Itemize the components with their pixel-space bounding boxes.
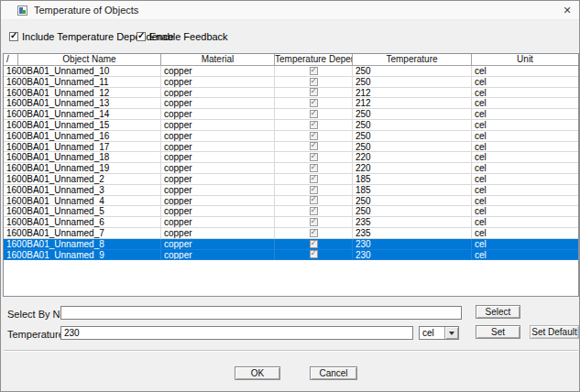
cell-temperature-dependent — [275, 185, 353, 196]
cell-temperature: 250 — [353, 66, 472, 77]
table-row[interactable]: 1600BA01_Unnamed_3 copper 185 cel — [4, 185, 578, 196]
cell-temperature: 185 — [353, 185, 472, 196]
cancel-button[interactable]: Cancel — [310, 366, 357, 380]
temperature-input[interactable] — [60, 326, 413, 340]
cell-temperature-dependent — [275, 206, 353, 217]
cell-material: copper — [161, 196, 275, 207]
cell-material: copper — [161, 152, 275, 163]
table-row[interactable]: 1600BA01_Unnamed_16 copper 250 cel — [4, 131, 578, 142]
temperature-dependent-checkbox-icon — [310, 196, 318, 204]
window-title: Temperature of Objects — [34, 5, 138, 16]
table-body: 1600BA01_Unnamed_10 copper 250 cel 1600B… — [4, 66, 578, 260]
table-row[interactable]: 1600BA01_Unnamed_9 copper 230 cel — [4, 250, 578, 261]
enable-feedback-label: Enable Feedback — [149, 31, 228, 42]
cell-material: copper — [161, 120, 275, 131]
cell-unit: cel — [472, 217, 578, 228]
cell-unit: cel — [472, 163, 578, 174]
select-button[interactable]: Select — [476, 305, 520, 319]
cell-temperature-dependent — [275, 142, 353, 153]
set-default-button[interactable]: Set Default — [530, 325, 579, 339]
cell-object-name: 1600BA01_Unnamed_2 — [4, 174, 161, 185]
cell-object-name: 1600BA01_Unnamed_14 — [4, 109, 161, 120]
cell-temperature-dependent — [275, 163, 353, 174]
cell-temperature: 250 — [353, 206, 472, 217]
cell-temperature: 230 — [353, 239, 472, 250]
cell-object-name: 1600BA01_Unnamed_12 — [4, 88, 161, 99]
table-row[interactable]: 1600BA01_Unnamed_13 copper 212 cel — [4, 98, 578, 109]
temperature-dependent-checkbox-icon — [310, 153, 318, 161]
checkbox-icon[interactable] — [137, 32, 146, 41]
table-row[interactable]: 1600BA01_Unnamed_18 copper 220 cel — [4, 152, 578, 163]
column-header-unit[interactable]: Unit — [472, 54, 578, 66]
cell-temperature: 250 — [353, 77, 472, 88]
column-header-temperature[interactable]: Temperature — [353, 54, 472, 66]
cell-temperature: 212 — [353, 88, 472, 99]
cell-unit: cel — [472, 77, 578, 88]
table-row[interactable]: 1600BA01_Unnamed_14 copper 250 cel — [4, 109, 578, 120]
table-row[interactable]: 1600BA01_Unnamed_5 copper 250 cel — [4, 206, 578, 217]
temperature-dependent-checkbox-icon — [310, 142, 318, 150]
cell-material: copper — [161, 109, 275, 120]
close-icon[interactable]: ✕ — [560, 3, 575, 17]
cell-material: copper — [161, 239, 275, 250]
table-row[interactable]: 1600BA01_Unnamed_6 copper 235 cel — [4, 217, 578, 228]
cell-temperature: 220 — [353, 163, 472, 174]
temperature-dependent-checkbox-icon — [310, 132, 318, 140]
cell-temperature: 235 — [353, 228, 472, 239]
cell-material: copper — [161, 163, 275, 174]
cell-material: copper — [161, 98, 275, 109]
cell-temperature-dependent — [275, 98, 353, 109]
cell-material: copper — [161, 77, 275, 88]
cell-object-name: 1600BA01_Unnamed_16 — [4, 131, 161, 142]
cell-temperature: 212 — [353, 98, 472, 109]
table-row[interactable]: 1600BA01_Unnamed_17 copper 250 cel — [4, 142, 578, 153]
title-bar: Temperature of Objects ✕ — [1, 1, 579, 20]
checkbox-icon[interactable] — [9, 32, 18, 41]
cell-unit: cel — [472, 185, 578, 196]
column-header-object-name[interactable]: Object Name — [18, 54, 161, 66]
column-header-root[interactable]: / — [4, 54, 18, 66]
table-row[interactable]: 1600BA01_Unnamed_7 copper 235 cel — [4, 228, 578, 239]
cell-unit: cel — [472, 228, 578, 239]
cell-object-name: 1600BA01_Unnamed_15 — [4, 120, 161, 131]
table-row[interactable]: 1600BA01_Unnamed_8 copper 230 cel — [4, 239, 578, 250]
temperature-of-objects-dialog: { "window": { "title": "Temperature of O… — [0, 0, 580, 392]
ok-button[interactable]: OK — [235, 366, 280, 380]
cell-unit: cel — [472, 88, 578, 99]
table-row[interactable]: 1600BA01_Unnamed_10 copper 250 cel — [4, 66, 578, 77]
cell-temperature-dependent — [275, 120, 353, 131]
cell-material: copper — [161, 142, 275, 153]
temperature-dependent-checkbox-icon — [310, 175, 318, 183]
cell-unit: cel — [472, 120, 578, 131]
temperature-dependent-checkbox-icon — [310, 67, 318, 75]
select-by-name-input[interactable] — [60, 306, 462, 320]
cell-object-name: 1600BA01_Unnamed_5 — [4, 206, 161, 217]
column-header-temperature-dependent[interactable]: Temperature Dependent — [275, 54, 353, 66]
cell-material: copper — [161, 88, 275, 99]
table-row[interactable]: 1600BA01_Unnamed_2 copper 185 cel — [4, 174, 578, 185]
column-header-material[interactable]: Material — [161, 54, 275, 66]
chevron-down-icon[interactable] — [444, 327, 458, 339]
cell-material: copper — [161, 250, 275, 261]
cell-temperature: 250 — [353, 196, 472, 207]
options-row: Include Temperature Dependence Enable Fe… — [1, 31, 579, 42]
set-button[interactable]: Set — [476, 325, 520, 339]
temperature-dependent-checkbox-icon — [310, 99, 318, 107]
cell-material: copper — [161, 228, 275, 239]
cell-temperature: 235 — [353, 217, 472, 228]
temperature-dependent-checkbox-icon — [310, 186, 318, 194]
cell-temperature-dependent — [275, 250, 353, 261]
temperature-dependent-checkbox-icon — [310, 250, 318, 258]
unit-dropdown[interactable]: cel — [419, 326, 459, 340]
cell-object-name: 1600BA01_Unnamed_8 — [4, 239, 161, 250]
cell-temperature-dependent — [275, 77, 353, 88]
cell-object-name: 1600BA01_Unnamed_19 — [4, 163, 161, 174]
table-row[interactable]: 1600BA01_Unnamed_11 copper 250 cel — [4, 77, 578, 88]
table-row[interactable]: 1600BA01_Unnamed_4 copper 250 cel — [4, 196, 578, 207]
enable-feedback-checkbox[interactable]: Enable Feedback — [137, 31, 228, 42]
table-row[interactable]: 1600BA01_Unnamed_12 copper 212 cel — [4, 88, 578, 99]
table-row[interactable]: 1600BA01_Unnamed_15 copper 250 cel — [4, 120, 578, 131]
table-row[interactable]: 1600BA01_Unnamed_19 copper 220 cel — [4, 163, 578, 174]
cell-temperature-dependent — [275, 228, 353, 239]
unit-dropdown-value: cel — [420, 327, 444, 339]
